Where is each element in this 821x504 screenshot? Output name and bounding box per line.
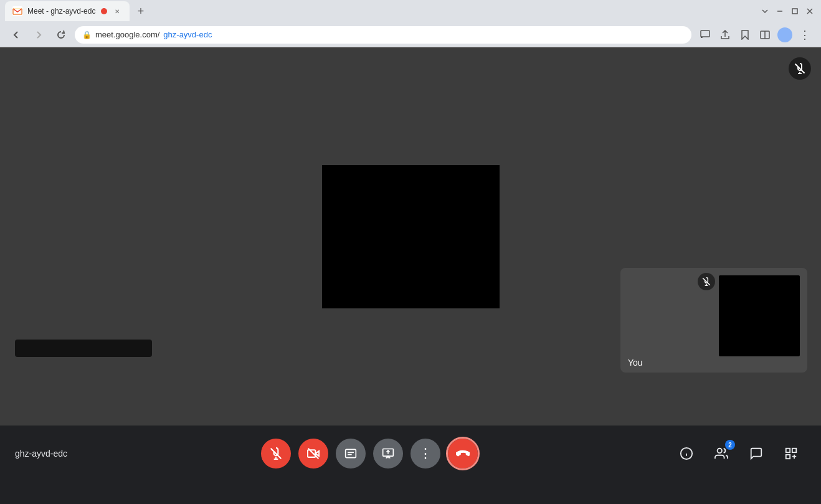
meeting-code: ghz-ayvd-edc bbox=[15, 449, 67, 459]
svg-rect-6 bbox=[701, 31, 709, 37]
end-call-button[interactable] bbox=[448, 439, 478, 468]
info-button[interactable] bbox=[672, 439, 701, 468]
controls-right: 2 bbox=[672, 439, 806, 468]
profile-avatar[interactable] bbox=[776, 26, 794, 44]
url-prefix: meet.google.com/ bbox=[95, 30, 159, 39]
captions-button[interactable] bbox=[336, 439, 366, 468]
svg-rect-3 bbox=[792, 9, 797, 14]
svg-rect-34 bbox=[786, 455, 790, 459]
self-view-name: You bbox=[628, 358, 643, 368]
share-icon[interactable] bbox=[716, 26, 734, 44]
more-menu-icon[interactable]: ⋮ bbox=[796, 26, 814, 44]
svg-line-16 bbox=[271, 449, 282, 459]
self-view-tile[interactable]: You bbox=[620, 268, 807, 373]
self-mute-icon bbox=[698, 273, 715, 290]
present-button[interactable] bbox=[373, 439, 403, 468]
main-video-area: You bbox=[0, 47, 821, 426]
reload-button[interactable] bbox=[52, 26, 70, 44]
meet-app: You ghz-ayvd-edc bbox=[0, 47, 821, 482]
window-chevron-icon bbox=[759, 5, 771, 17]
activities-button[interactable] bbox=[776, 439, 806, 468]
participant-name-overlay bbox=[15, 340, 152, 357]
gmail-favicon bbox=[12, 6, 22, 16]
svg-point-31 bbox=[718, 449, 722, 453]
mic-button[interactable] bbox=[261, 439, 291, 468]
bottom-bar: ghz-ayvd-edc bbox=[0, 426, 821, 482]
more-options-button[interactable]: ⋮ bbox=[410, 439, 440, 468]
remote-mute-indicator bbox=[789, 57, 811, 80]
self-video-placeholder bbox=[719, 275, 800, 356]
main-video-placeholder bbox=[322, 165, 500, 308]
participants-badge: 2 bbox=[725, 440, 735, 450]
camera-button[interactable] bbox=[298, 439, 328, 468]
svg-rect-22 bbox=[346, 449, 356, 457]
minimize-button[interactable] bbox=[774, 5, 786, 17]
controls-center: ⋮ bbox=[261, 439, 478, 468]
split-view-icon[interactable] bbox=[756, 26, 774, 44]
forward-button[interactable] bbox=[30, 26, 47, 44]
back-button[interactable] bbox=[7, 26, 25, 44]
restore-button[interactable] bbox=[789, 5, 801, 17]
svg-marker-7 bbox=[742, 31, 748, 39]
new-tab-button[interactable]: + bbox=[132, 2, 149, 20]
participants-button[interactable]: 2 bbox=[706, 439, 736, 468]
svg-rect-32 bbox=[786, 449, 790, 452]
url-path: ghz-ayvd-edc bbox=[163, 30, 212, 39]
cast-icon[interactable] bbox=[696, 26, 714, 44]
lock-icon: 🔒 bbox=[82, 31, 92, 39]
address-bar[interactable]: 🔒 meet.google.com/ghz-ayvd-edc bbox=[75, 26, 691, 44]
svg-rect-33 bbox=[792, 449, 796, 452]
tab-close-button[interactable]: ✕ bbox=[112, 6, 122, 16]
chat-button[interactable] bbox=[741, 439, 771, 468]
close-button[interactable] bbox=[804, 5, 816, 17]
recording-indicator bbox=[101, 8, 107, 14]
bookmark-icon[interactable] bbox=[736, 26, 754, 44]
tab-title: Meet - ghz-ayvd-edc bbox=[27, 7, 96, 16]
